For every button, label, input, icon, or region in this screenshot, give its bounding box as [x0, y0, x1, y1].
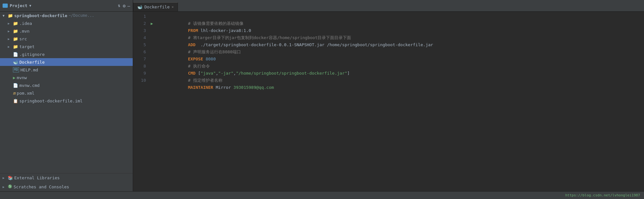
editor-content[interactable]: 1 2 3 4 5 6 7 8 9 10 ▶ — [133, 12, 644, 191]
root-arrow: ▼ — [3, 14, 8, 17]
cmd-str2: "-jar" — [218, 71, 234, 76]
tab-close-button[interactable]: ✕ — [171, 5, 174, 9]
root-name: springboot-dockerfile — [14, 13, 67, 18]
svg-text:S: S — [9, 185, 11, 188]
project-label: Project — [10, 3, 27, 8]
equalizer-icon[interactable]: ⇌ — [117, 4, 122, 7]
gutter-1 — [149, 13, 155, 20]
ln-8: 8 — [133, 63, 146, 70]
ext-lib-label: External Libraries — [14, 175, 60, 180]
comment-3: # 将targer目录下的jar包复制到docker容器/home/spring… — [188, 35, 351, 40]
root-folder-icon: 📁 — [8, 13, 13, 18]
mvnw-label: mvnw — [17, 75, 27, 80]
mvnw-cmd-icon: 📄 — [13, 83, 18, 88]
ln-9: 9 — [133, 70, 146, 77]
ln-4: 4 — [133, 34, 146, 41]
ln-6: 6 — [133, 48, 146, 56]
comment-7: # 执行命令 — [188, 64, 210, 68]
keyword-cmd: CMD — [188, 71, 195, 76]
expose-space — [203, 57, 206, 61]
tree-item-idea[interactable]: ▶ 📁 .idea — [0, 19, 133, 27]
editor-area: 1 2 3 4 5 6 7 8 9 10 ▶ — [133, 12, 644, 191]
ide-window: Project ▼ ⇌ ⚙ — 🐋 Dockerfile ✕ ▼ 📁 sprin… — [0, 0, 644, 199]
cmd-comma1: , — [216, 71, 218, 76]
idea-folder-icon: 📁 — [13, 21, 18, 26]
maintainer-name: Mirror — [213, 85, 234, 90]
cmd-str3: "/home/springboot/springboot-dockerfile.… — [236, 71, 347, 76]
expose-port: 8080 — [206, 57, 216, 61]
ln-10: 10 — [133, 77, 146, 84]
dockerfile-tab-icon: 🐋 — [137, 5, 142, 9]
scratch-icon: S — [8, 184, 12, 190]
keyword-expose: EXPOSE — [188, 57, 203, 61]
project-dropdown-arrow[interactable]: ▼ — [29, 4, 31, 7]
src-arrow: ▶ — [8, 37, 13, 41]
gear-icon[interactable]: ⚙ — [123, 3, 125, 8]
gutter-10 — [149, 77, 155, 84]
dockerfile-tab-label: Dockerfile — [144, 5, 170, 9]
external-libraries-item[interactable]: ▶ 📚 External Libraries — [0, 173, 133, 182]
cmd-str1: "java" — [201, 71, 216, 76]
mvn-label: .mvn — [19, 29, 29, 34]
gutter-7 — [149, 56, 155, 63]
gutter-run-arrow[interactable]: ▶ — [149, 20, 155, 27]
pom-label: pom.xml — [17, 91, 35, 96]
keyword-add: ADD — [188, 42, 195, 47]
target-arrow: ▶ — [8, 45, 13, 48]
project-header: Project ▼ ⇌ ⚙ — — [0, 0, 133, 11]
add-content: ./target/springboot-dockerfile-0.0.1-SNA… — [195, 42, 433, 47]
comment-1: # 该镜像需要依赖的基础镜像 — [188, 21, 244, 26]
code-line-7: # 执行命令 — [158, 56, 644, 63]
gutter-8 — [149, 63, 155, 70]
pom-xml-icon: m — [13, 91, 16, 96]
scratch-arrow: ▶ — [3, 185, 8, 189]
tree-item-src[interactable]: ▶ 📁 src — [0, 35, 133, 43]
src-folder-icon: 📁 — [13, 37, 18, 41]
code-line-1: # 该镜像需要依赖的基础镜像 — [158, 13, 644, 20]
gutter: ▶ — [149, 13, 155, 190]
maintainer-email: 393015989@qq.com — [234, 85, 274, 90]
ext-lib-icon: 📚 — [8, 175, 13, 180]
iml-icon: 📋 — [13, 99, 18, 103]
help-label: HELP.md — [20, 68, 38, 72]
tree-item-dockerfile[interactable]: 🐋 Dockerfile — [0, 58, 133, 66]
mvnw-icon: ▶ — [13, 75, 16, 80]
target-folder-icon: 📁 — [13, 44, 18, 49]
tree-item-iml[interactable]: 📋 springboot-dockerfile.iml — [0, 97, 133, 105]
mvnw-cmd-label: mvnw.cmd — [19, 83, 40, 88]
target-label: target — [19, 44, 35, 49]
scratches-consoles-item[interactable]: ▶ S Scratches and Consoles — [0, 182, 133, 191]
status-url: https://blog.csdn.net/lvhonglei1987 — [565, 193, 640, 197]
dockerfile-file-icon: 🐋 — [13, 60, 18, 65]
gutter-5 — [149, 41, 155, 48]
ext-lib-arrow: ▶ — [3, 176, 8, 180]
tree-item-target[interactable]: ▶ 📁 target — [0, 43, 133, 50]
ln-3: 3 — [133, 27, 146, 34]
tree-item-mvn[interactable]: ▶ 📁 .mvn — [0, 27, 133, 35]
sidebar: ▼ 📁 springboot-dockerfile ~/Docume... ▶ … — [0, 12, 133, 191]
line-numbers: 1 2 3 4 5 6 7 8 9 10 — [133, 13, 149, 190]
tab-bar: 🐋 Dockerfile ✕ — [133, 0, 644, 11]
dockerfile-tab[interactable]: 🐋 Dockerfile ✕ — [133, 2, 178, 11]
tree-item-help[interactable]: MD HELP.md — [0, 66, 133, 74]
help-md-icon: MD — [13, 67, 19, 72]
tree-item-gitignore[interactable]: 📄 .gitignore — [0, 50, 133, 58]
code-line-10: MAINTAINER Mirror 393015989@qq.com — [158, 77, 644, 84]
minimize-icon[interactable]: — — [128, 3, 130, 8]
tree-item-mvnw[interactable]: ▶ mvnw — [0, 74, 133, 81]
cmd-bracket: ] — [347, 71, 350, 76]
cmd-space: [ — [195, 71, 201, 76]
ln-1: 1 — [133, 13, 146, 20]
sidebar-root[interactable]: ▼ 📁 springboot-dockerfile ~/Docume... — [0, 12, 133, 19]
ln-5: 5 — [133, 41, 146, 48]
tree-item-mvnw-cmd[interactable]: 📄 mvnw.cmd — [0, 81, 133, 89]
mvn-arrow: ▶ — [8, 29, 13, 33]
gitignore-label: .gitignore — [19, 52, 45, 57]
comment-5: # 声明服务运行在8080端口 — [188, 49, 241, 54]
space-2: lhl-docker-java8:1.0 — [198, 28, 251, 33]
code-line-8: CMD ["java","-jar","/home/springboot/spr… — [158, 63, 644, 70]
gitignore-icon: 📄 — [13, 52, 18, 57]
tree-item-pom[interactable]: m pom.xml — [0, 89, 133, 97]
keyword-maintainer: MAINTAINER — [188, 85, 213, 90]
code-area[interactable]: # 该镜像需要依赖的基础镜像 FROM lhl-docker-java8:1.0… — [155, 13, 644, 190]
